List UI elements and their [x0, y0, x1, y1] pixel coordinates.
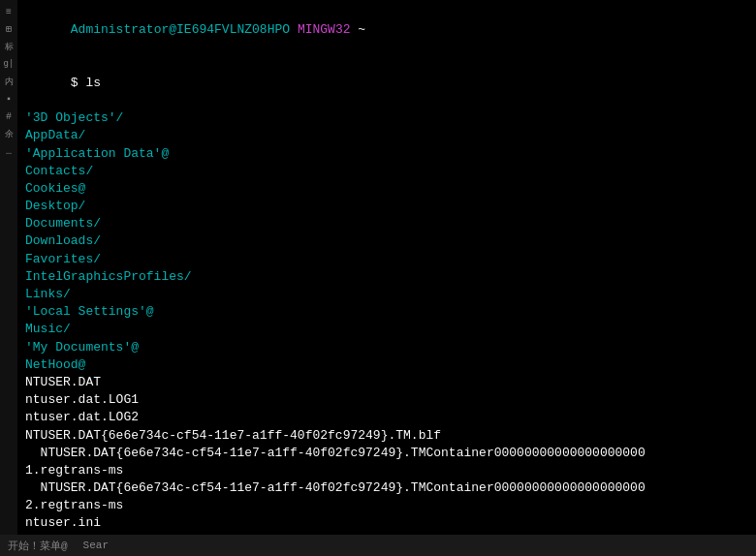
search-bar[interactable]: Sear: [83, 540, 109, 551]
sidebar-icon-3[interactable]: 标: [1, 39, 16, 54]
sidebar-icon-6[interactable]: ▪: [1, 91, 16, 107]
start-menu-label: 开始！菜单@: [8, 539, 68, 553]
output-line: '3D Objects'/: [25, 109, 750, 127]
output-line: Contacts/: [25, 163, 750, 180]
command-line: $ ls: [25, 57, 750, 110]
output-line: Music/: [25, 321, 750, 338]
sidebar-icon-9[interactable]: …: [1, 143, 16, 159]
output-line: IntelGraphicsProfiles/: [25, 268, 750, 286]
output-line: 'Application Data'@: [25, 145, 750, 163]
output-line: 1.regtrans-ms: [25, 462, 750, 479]
output-line: Cookies@: [25, 180, 750, 198]
output-line: ntuser.dat.LOG1: [25, 391, 750, 409]
sidebar-icon-4[interactable]: g|: [1, 56, 16, 72]
output-line: AppData/: [25, 127, 750, 144]
output-line: NTUSER.DAT: [25, 374, 750, 391]
output-line: Documents/: [25, 215, 750, 232]
output-line: 2.regtrans-ms: [25, 497, 750, 514]
sidebar-icon-8[interactable]: 余: [1, 126, 16, 141]
sidebar-icon-5[interactable]: 内: [1, 74, 16, 89]
terminal-window: ≡ ⊞ 标 g| 内 ▪ # 余 … Administrator@IE694FV…: [0, 0, 756, 556]
output-line: NetHood@: [25, 356, 750, 374]
taskbar: 开始！菜单@ Sear: [0, 535, 756, 556]
sidebar-icon-1[interactable]: ≡: [1, 4, 16, 19]
prompt-at: [290, 22, 298, 37]
start-menu-button[interactable]: 开始！菜单@: [8, 539, 68, 553]
output-line: Links/: [25, 286, 750, 303]
prompt-dollar: $: [71, 76, 86, 90]
search-label: Sear: [83, 540, 109, 551]
sidebar-icon-2[interactable]: ⊞: [1, 21, 16, 37]
output-line: Desktop/: [25, 198, 750, 215]
output-line: ntuser.ini: [25, 514, 750, 532]
prompt-line: Administrator@IE694FVLNZ08HPO MINGW32 ~: [25, 4, 750, 57]
output-line: 'Local Settings'@: [25, 303, 750, 321]
output-line: 'My Documents'@: [25, 339, 750, 356]
output-line: Favorites/: [25, 251, 750, 268]
prompt-path: MINGW32: [298, 22, 351, 37]
output-line: NTUSER.DAT{6e6e734c-cf54-11e7-a1ff-40f02…: [25, 427, 750, 445]
terminal-content: Administrator@IE694FVLNZ08HPO MINGW32 ~ …: [21, 2, 752, 556]
output-line: NTUSER.DAT{6e6e734c-cf54-11e7-a1ff-40f02…: [25, 479, 750, 497]
output-line: Downloads/: [25, 232, 750, 250]
prompt-tilde: ~: [350, 22, 372, 37]
prompt-user: Administrator@IE694FVLNZ08HPO: [71, 22, 290, 37]
sidebar: ≡ ⊞ 标 g| 内 ▪ # 余 …: [0, 0, 17, 556]
output-line: NTUSER.DAT{6e6e734c-cf54-11e7-a1ff-40f02…: [25, 445, 750, 462]
output-lines: '3D Objects'/AppData/'Application Data'@…: [25, 109, 750, 556]
sidebar-icon-7[interactable]: #: [1, 108, 16, 124]
command-text: ls: [85, 76, 101, 90]
output-line: ntuser.dat.LOG2: [25, 409, 750, 426]
